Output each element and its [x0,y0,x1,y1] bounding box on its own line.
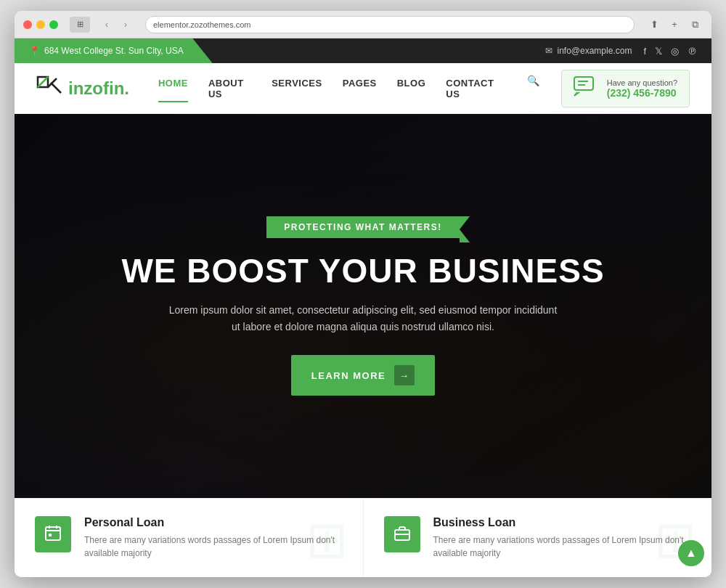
svg-line-3 [51,83,61,93]
logo-icon [36,75,62,102]
learn-more-label: LEARN MORE [311,370,386,381]
website-content: 📍 684 West College St. Sun City, USA ✉ i… [15,38,711,577]
chat-icon [574,76,597,101]
cta-question-text: Have any question? [607,78,677,87]
nav-item-pages[interactable]: PAGES [343,75,377,102]
forward-button[interactable]: › [118,17,134,33]
arrow-icon: → [394,365,415,385]
svg-rect-4 [574,77,593,90]
close-button[interactable] [23,20,32,29]
logo-text: inzofin. [68,78,129,99]
logo: inzofin. [36,75,129,102]
card-business-loan: Business Loan There are many variations … [364,499,712,577]
svg-rect-11 [49,534,52,536]
cta-info: Have any question? (232) 456-7890 [607,78,677,99]
tab-switcher[interactable]: ⊞ [70,17,90,33]
svg-rect-7 [46,527,60,540]
business-loan-body: Business Loan There are many variations … [433,516,692,560]
nav-item-services[interactable]: SERVICES [272,75,322,102]
hero-content: PROTECTING WHAT MATTERS! WE BOOST YOUR B… [92,216,633,396]
address-text: 684 West College St. Sun City, USA [44,46,184,56]
email-info: ✉ info@example.com [545,46,632,56]
hero-badge: PROTECTING WHAT MATTERS! [266,216,460,238]
briefcase-icon [393,524,411,545]
personal-loan-desc: There are many variations words passages… [84,534,343,560]
browser-titlebar: ⊞ ‹ › elementor.zozothemes.com ⬆ + ⧉ [15,11,711,38]
top-bar-address: 📍 684 West College St. Sun City, USA [15,38,213,63]
nav-item-blog[interactable]: BLOG [397,75,426,102]
new-tab-icon[interactable]: + [666,17,682,33]
browser-actions: ⬆ + ⧉ [646,17,703,33]
hero-description: Lorem ipsum dolor sit amet, consectetur … [167,302,559,335]
search-icon[interactable]: 🔍 [527,75,539,102]
twitter-icon[interactable]: 𝕏 [655,46,662,57]
address-bar[interactable]: elementor.zozothemes.com [145,16,635,33]
maximize-button[interactable] [49,20,58,29]
browser-window: ⊞ ‹ › elementor.zozothemes.com ⬆ + ⧉ 📍 6… [15,11,711,577]
personal-loan-title: Personal Loan [84,516,343,529]
svg-line-2 [48,78,57,87]
nav-item-contact[interactable]: CONTACT US [446,75,499,102]
hero-title: WE BOOST YOUR BUSINESS [121,253,604,290]
main-nav: HOME ABOUT US SERVICES PAGES BLOG CONTAC… [158,75,539,102]
browser-nav: ‹ › [99,17,134,33]
svg-line-1 [38,77,48,87]
cards-section: Personal Loan There are many variations … [15,498,711,577]
cta-phone-number[interactable]: (232) 456-7890 [607,87,677,99]
card-personal-loan: Personal Loan There are many variations … [15,499,364,577]
share-icon[interactable]: ⬆ [646,17,662,33]
top-bar-right: ✉ info@example.com f 𝕏 ◎ ℗ [213,46,711,57]
personal-loan-body: Personal Loan There are many variations … [84,516,343,560]
personal-loan-icon-wrap [35,516,71,552]
learn-more-button[interactable]: LEARN MORE → [291,355,435,396]
facebook-icon[interactable]: f [643,46,646,57]
traffic-lights [23,20,58,29]
scroll-to-top-button[interactable]: ▲ [678,540,704,566]
header-cta: Have any question? (232) 456-7890 [561,70,690,107]
nav-item-home[interactable]: HOME [158,75,188,102]
location-icon: 📍 [29,46,40,56]
back-button[interactable]: ‹ [99,17,115,33]
reading-list-icon[interactable]: ⧉ [687,17,703,33]
calendar-icon [44,524,62,545]
email-text: info@example.com [557,46,632,56]
nav-item-about[interactable]: ABOUT US [208,75,251,102]
minimize-button[interactable] [36,20,45,29]
pinterest-icon[interactable]: ℗ [688,46,697,57]
instagram-icon[interactable]: ◎ [671,46,679,57]
url-text: elementor.zozothemes.com [153,20,251,29]
browser-controls: ⊞ [70,17,90,33]
top-bar: 📍 684 West College St. Sun City, USA ✉ i… [15,38,711,63]
business-loan-desc: There are many variations words passages… [433,534,692,560]
hero-section: PROTECTING WHAT MATTERS! WE BOOST YOUR B… [15,114,711,498]
logo-word: inzofin [68,78,124,98]
email-icon: ✉ [545,46,552,56]
social-icons: f 𝕏 ◎ ℗ [643,46,697,57]
logo-dot: . [124,78,129,98]
business-loan-icon-wrap [384,516,420,552]
business-loan-title: Business Loan [433,516,692,529]
site-header: inzofin. HOME ABOUT US SERVICES PAGES BL… [15,63,711,114]
